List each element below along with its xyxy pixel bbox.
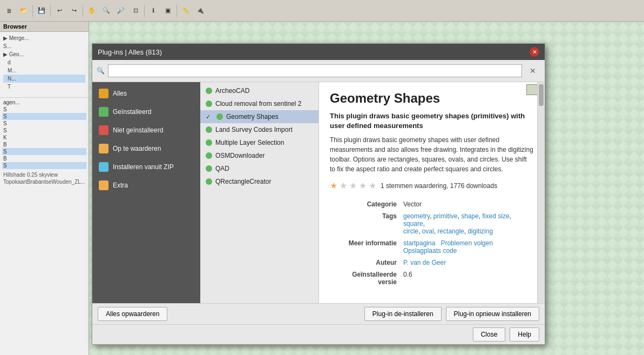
dialog-overlay: Plug-ins | Alles (813) ✕ 🔍 rectangle ✕ A… — [0, 0, 644, 22]
